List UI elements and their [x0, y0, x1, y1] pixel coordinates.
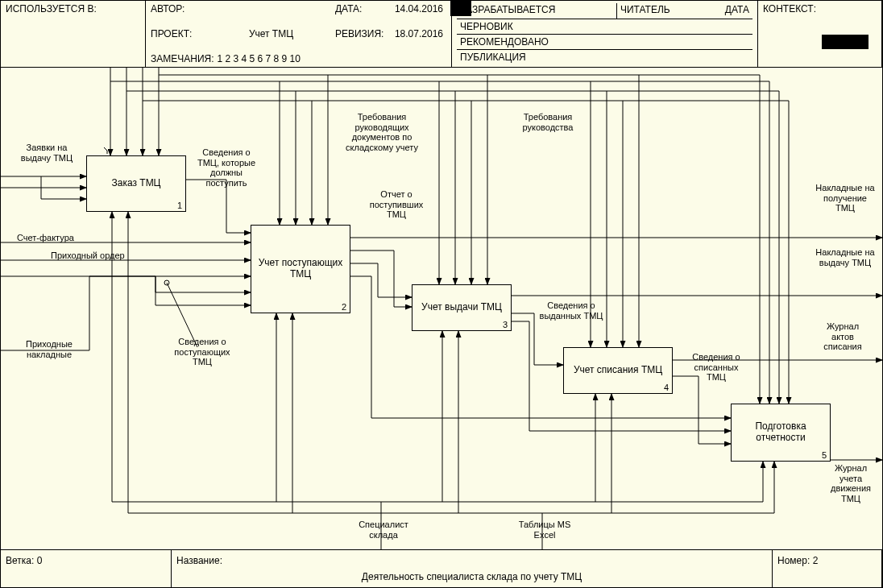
status-dev: РАЗРАБАТЫВАЕТСЯ: [457, 3, 617, 19]
label-received-report: Отчет о поступивших ТМЦ: [360, 189, 433, 220]
diagram-canvas: Заказ ТМЦ1 Учет поступающих ТМЦ2 Учет вы…: [1, 67, 882, 550]
header-context: КОНТЕКСТ:: [758, 1, 882, 67]
status-publication: ПУБЛИКАЦИЯ: [457, 50, 752, 64]
status-reader: ЧИТАТЕЛЬ: [617, 3, 722, 19]
date-label: ДАТА:: [335, 3, 392, 14]
notes-value: 1 2 3 4 5 6 7 8 9 10: [218, 53, 301, 64]
idef0-diagram: ИСПОЛЬЗУЕТСЯ В: АВТОР: ДАТА: 14.04.2016 …: [0, 0, 883, 588]
header: ИСПОЛЬЗУЕТСЯ В: АВТОР: ДАТА: 14.04.2016 …: [1, 1, 882, 68]
status-draft: ЧЕРНОВИК: [457, 19, 752, 35]
label-receipt-order: Приходный ордер: [51, 251, 125, 261]
label-receipt-waybill: Приходные накладные: [17, 339, 81, 359]
label-mgmt-requirements: Требования руководства: [512, 112, 584, 132]
label-excel: Таблицы MS Excel: [508, 520, 581, 540]
label-writeoff-journal: Журнал актов списания: [815, 321, 871, 352]
footer-num: Номер: 2: [773, 550, 882, 587]
node-incoming-tmc: Учет поступающих ТМЦ2: [251, 225, 350, 313]
author-label: АВТОР:: [151, 3, 207, 14]
footer-branch: Ветка: 0: [1, 550, 172, 587]
node-reporting: Подготовка отчетности5: [731, 404, 831, 462]
footer: Ветка: 0 Название: Деятельность специали…: [1, 549, 882, 587]
label-issue-waybill-out: Накладные на выдачу ТМЦ: [813, 247, 877, 267]
rev-value: 18.07.2016: [395, 28, 443, 39]
status-date: ДАТА: [722, 3, 752, 19]
header-status: РАЗРАБАТЫВАЕТСЯ ЧИТАТЕЛЬ ДАТА ЧЕРНОВИК Р…: [452, 1, 758, 67]
label-expected-tmc: Сведения о ТМЦ, которые должны поступить: [194, 147, 259, 188]
svg-point-29: [164, 280, 169, 285]
context-box-icon: [822, 35, 868, 49]
status-recommended: РЕКОМЕНДОВАНО: [457, 35, 752, 50]
label-issued-info: Сведения о выданных ТМЦ: [539, 300, 603, 321]
header-used-in: ИСПОЛЬЗУЕТСЯ В:: [1, 1, 146, 67]
project-label: ПРОЕКТ:: [151, 28, 207, 39]
date-value: 14.04.2016: [395, 3, 443, 14]
label-invoice: Счет-фактура: [17, 233, 74, 243]
label-receipt-waybill-out: Накладные на получение ТМЦ: [813, 183, 877, 213]
footer-name: Название: Деятельность специалиста склад…: [172, 550, 773, 587]
label-incoming-info: Сведения о поступающих ТМЦ: [170, 337, 234, 367]
label-movement-journal: Журнал учета движения ТМЦ: [823, 463, 879, 504]
header-marker-icon: [450, 1, 471, 16]
node-issue-tmc: Учет выдачи ТМЦ3: [412, 284, 512, 331]
label-doc-requirements: Требования руководящих документов по скл…: [338, 112, 426, 153]
header-info: АВТОР: ДАТА: 14.04.2016 ПРОЕКТ: Учет ТМЦ…: [146, 1, 452, 67]
node-order-tmc: Заказ ТМЦ1: [86, 155, 186, 212]
rev-label: РЕВИЗИЯ:: [335, 28, 392, 39]
label-requests: Заявки на выдачу ТМЦ: [19, 143, 75, 163]
project-value: Учет ТМЦ: [210, 28, 332, 39]
label-specialist: Специалист склада: [347, 520, 420, 540]
label-writeoff-info: Сведения о списанных ТМЦ: [684, 352, 748, 383]
node-writeoff-tmc: Учет списания ТМЦ4: [563, 347, 673, 394]
notes-label: ЗАМЕЧАНИЯ:: [151, 53, 214, 64]
